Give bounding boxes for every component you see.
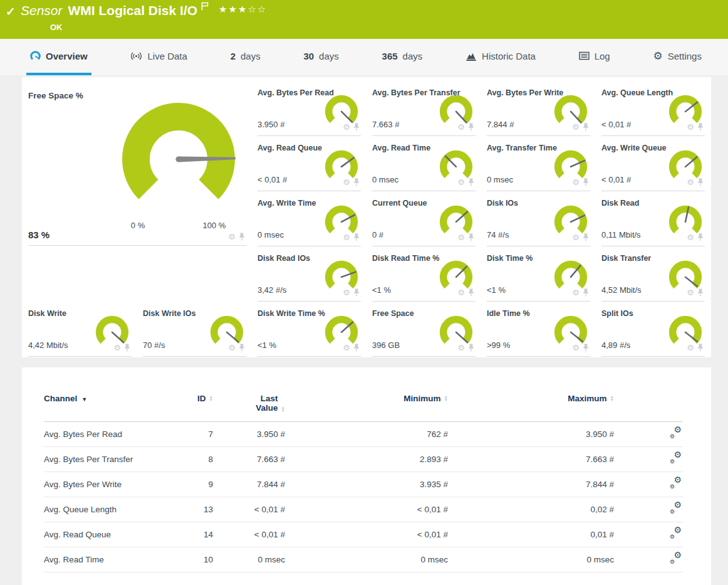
gear-icon[interactable]: ⚙: [572, 123, 580, 131]
tab-settings[interactable]: ⚙Settings: [649, 39, 705, 75]
channel-name[interactable]: Avg. Bytes Per Transfer: [44, 455, 182, 464]
gear-icon[interactable]: ⚙: [343, 288, 350, 297]
tab-live-data[interactable]: Live Data: [127, 39, 190, 75]
channel-settings-icon[interactable]: ⚙⚙: [670, 503, 682, 514]
row-actions: ⚙⚙: [614, 428, 683, 441]
gauge-title: Avg. Read Queue: [257, 144, 322, 152]
gauge-title: Avg. Read Time: [372, 144, 430, 152]
column-header-id[interactable]: ID▲▼: [182, 394, 213, 403]
gear-icon[interactable]: ⚙: [687, 288, 694, 297]
pin-icon[interactable]: [583, 344, 589, 352]
gear-icon[interactable]: ⚙: [687, 233, 694, 241]
tab-label: Historic Data: [482, 51, 536, 61]
gauge-panel-avg-read-time: Avg. Read Time0 msec⚙: [372, 136, 476, 191]
broadcast-icon: [130, 51, 142, 61]
gear-icon[interactable]: ⚙: [687, 123, 694, 131]
pin-icon[interactable]: [468, 233, 474, 241]
tab-365-days[interactable]: 365days: [378, 39, 427, 75]
tab-overview[interactable]: Overview: [26, 39, 91, 75]
channel-name[interactable]: Avg. Read Queue: [44, 530, 182, 539]
gear-icon[interactable]: ⚙: [457, 344, 465, 352]
gauge-actions: ⚙: [228, 344, 245, 352]
gear-icon[interactable]: ⚙: [343, 233, 350, 241]
tab-30-days[interactable]: 30days: [299, 39, 342, 75]
channel-id: 9: [182, 480, 213, 489]
maximum-value: 7.844 #: [448, 480, 614, 489]
pin-icon[interactable]: [353, 344, 360, 352]
tab-2-days[interactable]: 2days: [227, 39, 264, 75]
gauge-dial: [553, 92, 589, 126]
column-header-maximum[interactable]: Maximum▲▼: [448, 394, 614, 403]
channel-name[interactable]: Avg. Bytes Per Read: [44, 430, 182, 439]
channel-name[interactable]: Avg. Queue Length: [44, 505, 182, 514]
gauge-actions: ⚙: [572, 178, 589, 186]
gear-icon[interactable]: ⚙: [687, 344, 694, 352]
channel-settings-icon[interactable]: ⚙⚙: [670, 553, 682, 564]
gear-icon[interactable]: ⚙: [228, 344, 236, 352]
gear-icon[interactable]: ⚙: [228, 233, 236, 241]
priority-stars[interactable]: ★★★☆☆: [219, 4, 267, 15]
channel-settings-icon[interactable]: ⚙⚙: [670, 478, 682, 489]
gauge-value: 0 msec: [257, 230, 284, 240]
gear-icon[interactable]: ⚙: [457, 233, 465, 241]
tab-log[interactable]: Log: [575, 39, 614, 75]
tab-number: 30: [303, 51, 314, 61]
tab-label: days: [241, 51, 261, 61]
pin-icon[interactable]: [697, 233, 704, 241]
gauge-panel-current-queue: Current Queue0 #⚙: [372, 191, 476, 246]
last-value: 7.663 #: [213, 455, 285, 464]
pin-icon[interactable]: [239, 344, 245, 352]
pin-icon[interactable]: [353, 288, 360, 297]
channel-settings-icon[interactable]: ⚙⚙: [670, 453, 682, 464]
gauge-title: Disk Write IOs: [143, 309, 196, 318]
pin-icon[interactable]: [124, 344, 130, 352]
column-header-minimum[interactable]: Minimum▲▼: [285, 394, 448, 403]
pin-icon[interactable]: [468, 288, 474, 297]
pin-icon[interactable]: [583, 178, 589, 186]
column-header-channel[interactable]: Channel▼: [44, 394, 182, 403]
pin-icon[interactable]: [697, 344, 704, 352]
pin-icon[interactable]: [697, 178, 704, 186]
gear-icon[interactable]: ⚙: [113, 344, 121, 352]
gear-icon[interactable]: ⚙: [343, 123, 350, 131]
gauge-panel-disk-read-ios: Disk Read IOs3,42 #/s⚙: [257, 246, 361, 302]
gear-icon[interactable]: ⚙: [457, 123, 465, 131]
flag-icon[interactable]: [201, 2, 209, 13]
gear-icon[interactable]: ⚙: [343, 178, 350, 186]
gauge-dial: [553, 203, 589, 236]
gauge-min-label: 0 %: [125, 221, 150, 230]
gear-icon[interactable]: ⚙: [457, 178, 465, 186]
gear-icon[interactable]: ⚙: [572, 178, 580, 186]
pin-icon[interactable]: [583, 288, 589, 297]
pin-icon[interactable]: [697, 288, 704, 297]
gauge-title: Split IOs: [601, 309, 633, 318]
channel-settings-icon[interactable]: ⚙⚙: [670, 528, 682, 539]
gear-icon[interactable]: ⚙: [457, 288, 465, 297]
pin-icon[interactable]: [468, 123, 474, 131]
gear-icon[interactable]: ⚙: [572, 288, 580, 297]
gear-icon[interactable]: ⚙: [687, 178, 694, 186]
sensor-title: WMI Logical Disk I/O: [68, 3, 198, 18]
maximum-value: 0 msec: [448, 555, 614, 564]
minimum-value: < 0,01 #: [285, 505, 448, 514]
channel-settings-icon[interactable]: ⚙⚙: [670, 428, 682, 439]
pin-icon[interactable]: [353, 178, 360, 186]
gear-icon[interactable]: ⚙: [343, 344, 350, 352]
pin-icon[interactable]: [697, 123, 704, 131]
gear-icon[interactable]: ⚙: [572, 344, 580, 352]
column-label: Last Value: [249, 394, 278, 413]
pin-icon[interactable]: [353, 233, 360, 241]
channel-name[interactable]: Avg. Read Time: [44, 555, 182, 564]
pin-icon[interactable]: [239, 233, 245, 241]
pin-icon[interactable]: [353, 123, 360, 131]
tab-historic-data[interactable]: Historic Data: [462, 39, 539, 75]
pin-icon[interactable]: [583, 233, 589, 241]
pin-icon[interactable]: [583, 123, 589, 131]
pin-icon[interactable]: [468, 344, 474, 352]
pin-icon[interactable]: [468, 178, 474, 186]
channel-name[interactable]: Avg. Bytes Per Write: [44, 480, 182, 489]
column-header-last-value[interactable]: Last Value▲▼: [213, 394, 285, 413]
gear-icon[interactable]: ⚙: [572, 233, 580, 241]
tab-bar: OverviewLive Data2days30days365daysHisto…: [0, 39, 728, 75]
primary-gauge-dial: [117, 100, 240, 206]
